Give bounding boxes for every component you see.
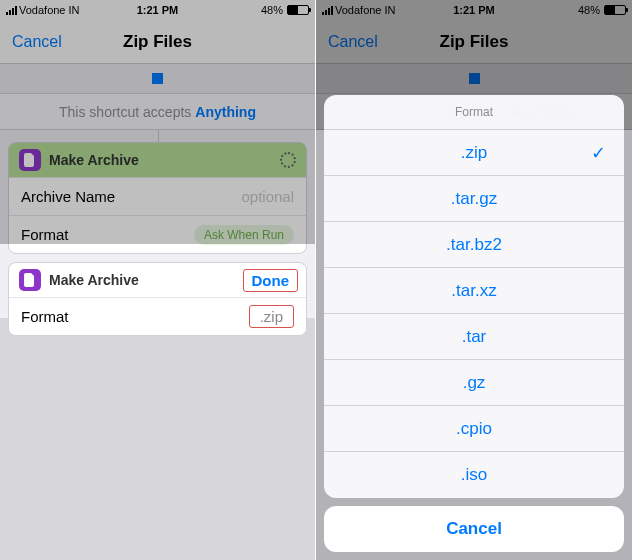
archive-icon [19,269,41,291]
option-label: .tar.gz [451,189,497,209]
format-row[interactable]: Format .zip [9,297,306,335]
format-label: Format [21,308,69,325]
option-label: .tar.xz [451,281,496,301]
option-label: .cpio [456,419,492,439]
format-option-zip[interactable]: .zip ✓ [324,130,624,176]
make-archive-prompt-card: Make Archive Done Format .zip [8,262,307,336]
format-option-iso[interactable]: .iso [324,452,624,498]
option-label: .gz [463,373,486,393]
format-option-cpio[interactable]: .cpio [324,406,624,452]
format-option-tarxz[interactable]: .tar.xz [324,268,624,314]
format-option-targz[interactable]: .tar.gz [324,176,624,222]
format-option-tar[interactable]: .tar [324,314,624,360]
checkmark-icon: ✓ [591,142,606,164]
option-label: .iso [461,465,487,485]
card-title: Make Archive [49,272,139,288]
sheet-cancel-button[interactable]: Cancel [324,506,624,552]
format-value[interactable]: .zip [249,305,294,328]
option-label: .zip [461,143,487,163]
done-button[interactable]: Done [243,269,299,292]
format-option-tarbz2[interactable]: .tar.bz2 [324,222,624,268]
format-option-gz[interactable]: .gz [324,360,624,406]
option-label: .tar [462,327,487,347]
option-label: .tar.bz2 [446,235,502,255]
format-action-sheet: Format .zip ✓ .tar.gz .tar.bz2 .tar.xz .… [324,95,624,552]
sheet-title: Format [324,95,624,130]
